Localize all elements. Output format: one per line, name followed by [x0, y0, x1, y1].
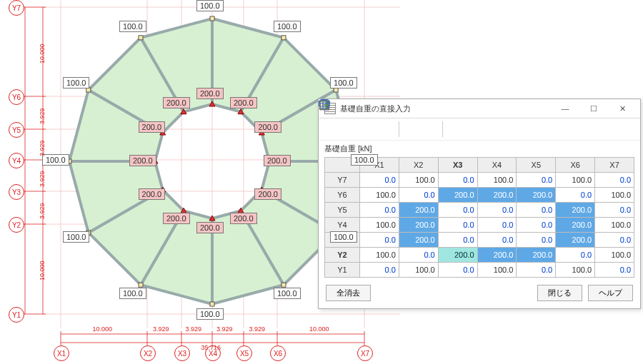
weight-cell[interactable]: 0.0: [399, 188, 438, 203]
row-header[interactable]: Y6: [325, 188, 360, 203]
col-header[interactable]: X2: [399, 158, 438, 173]
weight-cell[interactable]: 0.0: [477, 218, 517, 233]
row-header[interactable]: Y2: [325, 248, 360, 263]
x-dimension: 3.929: [186, 325, 202, 333]
close-button[interactable]: 閉じる: [537, 285, 582, 301]
weight-cell[interactable]: 200.0: [556, 218, 595, 233]
weight-cell[interactable]: 0.0: [477, 203, 517, 218]
weight-cell[interactable]: 100.0: [399, 263, 438, 278]
outer-load-label: 100.0: [63, 77, 90, 89]
settings-icon[interactable]: [484, 121, 500, 137]
dialog-toolbar: [319, 118, 640, 141]
weight-cell[interactable]: 200.0: [477, 188, 517, 203]
y-dimension: 3.929: [39, 140, 46, 156]
weight-cell[interactable]: 100.0: [595, 188, 634, 203]
row-header[interactable]: Y5: [325, 203, 360, 218]
svg-rect-48: [139, 36, 143, 40]
export-icon[interactable]: [466, 121, 482, 137]
weight-cell[interactable]: 100.0: [595, 248, 634, 263]
delete-icon[interactable]: [379, 121, 394, 137]
weight-cell[interactable]: 200.0: [399, 233, 438, 248]
weight-cell[interactable]: 0.0: [360, 203, 399, 218]
weight-cell[interactable]: 0.0: [438, 218, 477, 233]
y-dimension: 3.929: [39, 171, 46, 187]
weight-cell[interactable]: 0.0: [477, 233, 517, 248]
svg-rect-26: [210, 16, 214, 21]
row-header[interactable]: Y4: [325, 218, 360, 233]
cut-icon[interactable]: [323, 121, 339, 137]
weight-cell[interactable]: 100.0: [399, 173, 438, 188]
weight-cell[interactable]: 0.0: [517, 218, 556, 233]
svg-rect-38: [210, 302, 214, 306]
row-header[interactable]: Y1: [325, 263, 360, 278]
paste-icon[interactable]: [360, 121, 376, 137]
weight-cell[interactable]: 200.0: [556, 203, 595, 218]
col-header[interactable]: X4: [477, 158, 517, 173]
weight-cell[interactable]: 200.0: [517, 188, 556, 203]
weight-cell[interactable]: 0.0: [595, 233, 634, 248]
inner-load-label: 200.0: [139, 121, 166, 133]
x-dimension: 3.929: [249, 325, 266, 333]
weight-cell[interactable]: 200.0: [399, 203, 438, 218]
col-header[interactable]: X5: [517, 158, 556, 173]
print-icon[interactable]: [447, 121, 463, 137]
weight-cell[interactable]: 0.0: [556, 188, 595, 203]
weight-cell[interactable]: 100.0: [360, 248, 399, 263]
inner-load-label: 200.0: [129, 155, 156, 166]
weight-cell[interactable]: 100.0: [556, 263, 595, 278]
weight-cell[interactable]: 0.0: [399, 248, 438, 263]
table-icon[interactable]: [503, 121, 519, 137]
weight-cell[interactable]: 0.0: [438, 233, 477, 248]
weight-cell[interactable]: 0.0: [438, 263, 477, 278]
redo-icon[interactable]: [422, 121, 438, 137]
dialog-titlebar[interactable]: 基礎自重の直接入力 — ☐ ✕: [319, 99, 640, 118]
weight-cell[interactable]: 200.0: [517, 248, 556, 263]
minimize-button[interactable]: —: [553, 102, 577, 115]
weight-cell[interactable]: 200.0: [438, 248, 477, 263]
weight-cell[interactable]: 0.0: [360, 233, 399, 248]
weight-cell[interactable]: 0.0: [517, 173, 556, 188]
weight-cell[interactable]: 0.0: [517, 263, 556, 278]
row-header[interactable]: Y7: [325, 173, 360, 188]
outer-load-label: 100.0: [42, 154, 69, 166]
weight-cell[interactable]: 100.0: [360, 188, 399, 203]
weight-cell[interactable]: 200.0: [399, 218, 438, 233]
weight-cell[interactable]: 100.0: [595, 218, 634, 233]
weight-cell[interactable]: 100.0: [477, 173, 517, 188]
weight-cell[interactable]: 100.0: [556, 173, 595, 188]
weight-cell[interactable]: 0.0: [595, 173, 634, 188]
weight-cell[interactable]: 0.0: [595, 263, 634, 278]
col-header[interactable]: X7: [595, 158, 634, 173]
weight-cell[interactable]: 100.0: [477, 263, 517, 278]
weight-cell[interactable]: 100.0: [360, 218, 399, 233]
weight-cell[interactable]: 0.0: [517, 233, 556, 248]
weight-cell[interactable]: 0.0: [595, 203, 634, 218]
x-axis-marker: X6: [270, 345, 286, 361]
help-button[interactable]: ヘルプ: [588, 285, 633, 301]
outer-load-label: 100.0: [330, 231, 357, 243]
weight-cell[interactable]: 0.0: [517, 203, 556, 218]
weight-cell[interactable]: 0.0: [556, 248, 595, 263]
weight-cell[interactable]: 200.0: [477, 248, 517, 263]
weight-cell[interactable]: 0.0: [438, 173, 477, 188]
inner-load-label: 200.0: [196, 222, 224, 233]
svg-rect-28: [281, 36, 286, 40]
weight-cell[interactable]: 200.0: [438, 188, 477, 203]
weight-cell[interactable]: 0.0: [360, 263, 399, 278]
foundation-weight-dialog: 基礎自重の直接入力 — ☐ ✕ 基礎自重 [kN] X1X2X3X4X5X6X7…: [318, 98, 641, 309]
undo-icon[interactable]: [404, 121, 419, 137]
weight-cell[interactable]: 200.0: [556, 233, 595, 248]
copy-icon[interactable]: [342, 121, 357, 137]
weight-cell[interactable]: 0.0: [360, 173, 399, 188]
x-axis-marker: X3: [174, 345, 190, 361]
weight-table[interactable]: X1X2X3X4X5X6X7Y70.0100.00.0100.00.0100.0…: [324, 157, 634, 278]
maximize-button[interactable]: ☐: [582, 102, 606, 115]
clear-all-button[interactable]: 全消去: [326, 285, 371, 301]
col-header[interactable]: X3: [438, 158, 477, 173]
col-header[interactable]: X6: [556, 158, 595, 173]
outer-load-label: 100.0: [330, 77, 357, 89]
y-dimension: 10.000: [39, 44, 46, 64]
weight-cell[interactable]: 0.0: [438, 203, 477, 218]
close-window-button[interactable]: ✕: [610, 102, 634, 115]
inner-load-label: 200.0: [230, 213, 257, 224]
